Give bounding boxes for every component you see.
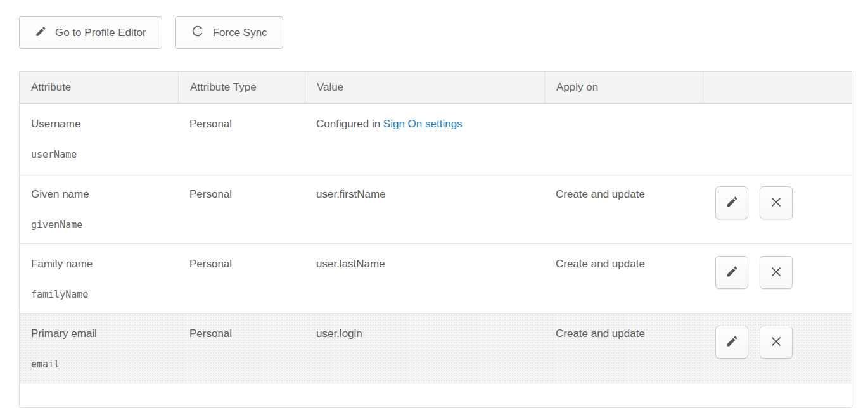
table-row-family-name: Family name familyName Personal user.las… bbox=[20, 243, 852, 313]
pencil-icon bbox=[725, 195, 739, 210]
attribute-label: Primary email bbox=[31, 328, 167, 340]
force-sync-label: Force Sync bbox=[213, 27, 267, 39]
pencil-icon bbox=[725, 335, 739, 350]
table-row-primary-email: Primary email email Personal user.login … bbox=[20, 313, 852, 383]
attribute-type: Personal bbox=[189, 118, 293, 131]
attribute-value: user.lastName bbox=[316, 258, 533, 271]
x-icon bbox=[769, 195, 783, 211]
apply-on-value: Create and update bbox=[556, 328, 691, 340]
attribute-variable: email bbox=[31, 359, 167, 370]
edit-attribute-button[interactable] bbox=[715, 326, 748, 359]
edit-attribute-button[interactable] bbox=[715, 186, 748, 219]
attribute-label: Username bbox=[31, 118, 167, 131]
column-header-actions bbox=[703, 72, 852, 103]
refresh-icon bbox=[191, 24, 205, 41]
table-row-given-name: Given name givenName Personal user.first… bbox=[20, 174, 852, 243]
sign-on-settings-link[interactable]: Sign On settings bbox=[383, 118, 463, 130]
apply-on-value: Create and update bbox=[556, 258, 691, 271]
attribute-value: user.firstName bbox=[316, 188, 533, 201]
x-icon bbox=[769, 265, 783, 281]
attribute-value: user.login bbox=[316, 328, 533, 340]
apply-on-value: Create and update bbox=[556, 188, 691, 201]
attribute-type: Personal bbox=[189, 328, 293, 340]
pencil-icon bbox=[35, 25, 47, 41]
pencil-icon bbox=[725, 265, 739, 280]
attribute-label: Given name bbox=[31, 188, 167, 201]
attribute-label: Family name bbox=[31, 258, 167, 271]
table-row-username: Username userName Personal Configured in… bbox=[20, 104, 852, 174]
remove-attribute-button[interactable] bbox=[760, 256, 793, 289]
column-header-apply-on: Apply on bbox=[544, 72, 703, 103]
table-row-partial bbox=[20, 383, 852, 408]
force-sync-button[interactable]: Force Sync bbox=[175, 16, 283, 49]
attribute-type: Personal bbox=[189, 258, 293, 271]
x-icon bbox=[769, 335, 783, 350]
attribute-type: Personal bbox=[189, 188, 293, 201]
go-to-profile-editor-label: Go to Profile Editor bbox=[55, 27, 146, 39]
attribute-variable: familyName bbox=[31, 289, 167, 300]
toolbar: Go to Profile Editor Force Sync bbox=[19, 16, 283, 49]
attribute-variable: givenName bbox=[31, 219, 167, 231]
remove-attribute-button[interactable] bbox=[760, 326, 793, 359]
attribute-value: Configured in Sign On settings bbox=[316, 118, 533, 131]
attribute-variable: userName bbox=[31, 149, 167, 160]
column-header-attribute-type: Attribute Type bbox=[178, 72, 305, 103]
edit-attribute-button[interactable] bbox=[715, 256, 748, 289]
column-header-value: Value bbox=[305, 72, 544, 103]
remove-attribute-button[interactable] bbox=[760, 186, 793, 219]
go-to-profile-editor-button[interactable]: Go to Profile Editor bbox=[19, 16, 162, 49]
table-header-row: Attribute Attribute Type Value Apply on bbox=[20, 72, 852, 104]
column-header-attribute: Attribute bbox=[20, 72, 178, 103]
attribute-mapping-table: Attribute Attribute Type Value Apply on … bbox=[19, 71, 852, 408]
